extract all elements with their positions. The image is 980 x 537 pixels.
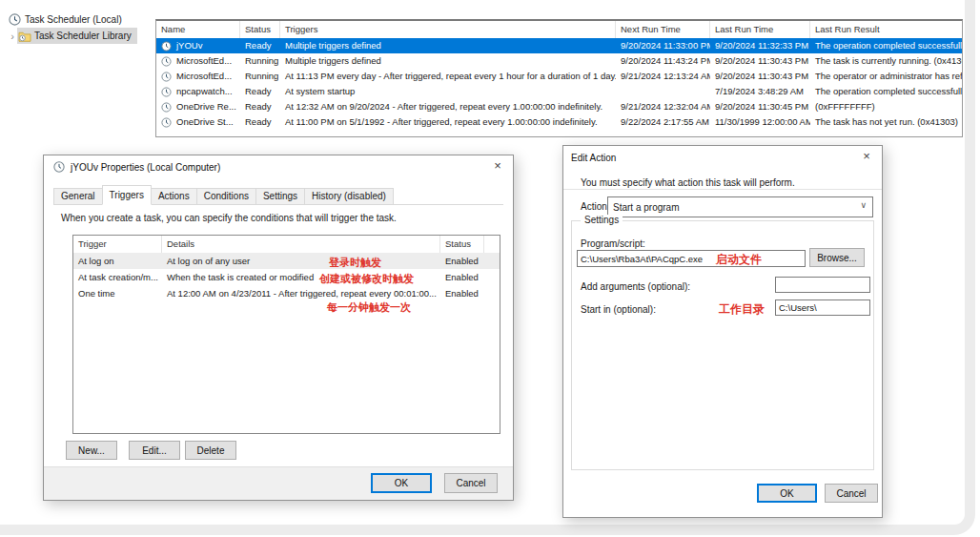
clock-icon bbox=[159, 39, 174, 53]
trigger-type: One time bbox=[73, 285, 162, 301]
start-in-label: Start in (optional): bbox=[581, 304, 656, 315]
tab-settings[interactable]: Settings bbox=[255, 188, 305, 205]
cancel-button[interactable]: Cancel bbox=[444, 473, 498, 493]
program-script-label: Program/script: bbox=[581, 238, 645, 249]
task-name: OneDrive St... bbox=[176, 114, 234, 130]
tab-conditions[interactable]: Conditions bbox=[196, 188, 256, 205]
table-row[interactable]: npcapwatch... Ready At system startup 7/… bbox=[156, 84, 962, 99]
properties-dialog-footer: OK Cancel bbox=[44, 466, 513, 500]
task-status: Ready bbox=[240, 84, 280, 99]
trigger-list: Trigger Details Status At log on At log … bbox=[72, 235, 500, 434]
column-header-next-run-time[interactable]: Next Run Time bbox=[616, 21, 710, 38]
task-name: npcapwatch... bbox=[176, 84, 233, 99]
cancel-button[interactable]: Cancel bbox=[825, 484, 878, 503]
action-dropdown[interactable]: Start a program ∨ bbox=[607, 196, 873, 217]
task-last-run: 9/20/2024 11:30:43 PM bbox=[710, 69, 810, 84]
edit-action-description: You must specify what action this task w… bbox=[581, 177, 795, 188]
separator bbox=[563, 189, 882, 190]
trigger-row[interactable]: One time At 12:00 AM on 4/23/2011 - Afte… bbox=[73, 285, 500, 301]
task-name: jYOUv bbox=[176, 38, 202, 53]
annotation-working-directory: 工作目录 bbox=[719, 301, 765, 318]
table-row[interactable]: MicrosoftEd... Running Multiple triggers… bbox=[156, 53, 962, 69]
column-header-name[interactable]: Name bbox=[156, 21, 240, 38]
table-row[interactable]: OneDrive St... Ready At 11:00 PM on 5/1/… bbox=[156, 114, 962, 130]
tab-history[interactable]: History (disabled) bbox=[304, 188, 394, 205]
ok-button[interactable]: OK bbox=[371, 473, 432, 493]
task-triggers: Multiple triggers defined bbox=[280, 53, 616, 69]
start-in-input[interactable] bbox=[775, 299, 870, 316]
task-next-run bbox=[616, 84, 710, 99]
task-result: The operation completed successfull bbox=[810, 84, 962, 99]
properties-dialog: jYOUv Properties (Local Computer) × Gene… bbox=[43, 155, 514, 501]
properties-tabs: General Triggers Actions Conditions Sett… bbox=[53, 185, 503, 205]
table-row[interactable]: jYOUv Ready Multiple triggers defined 9/… bbox=[156, 38, 962, 53]
new-trigger-button[interactable]: New... bbox=[66, 441, 117, 460]
task-status: Ready bbox=[240, 99, 280, 114]
task-next-run: 9/20/2024 11:43:24 PM bbox=[616, 53, 710, 69]
column-header-triggers[interactable]: Triggers bbox=[280, 21, 616, 38]
tree-item-task-scheduler-local[interactable]: Task Scheduler (Local) bbox=[0, 11, 153, 28]
task-status: Ready bbox=[240, 114, 280, 130]
trigger-row[interactable]: At task creation/m... When the task is c… bbox=[73, 269, 500, 285]
settings-groupbox-label: Settings bbox=[581, 215, 623, 225]
browse-button[interactable]: Browse... bbox=[809, 248, 865, 267]
task-triggers: At 11:00 PM on 5/1/1992 - After triggere… bbox=[280, 114, 616, 130]
task-last-run: 7/19/2024 3:48:29 AM bbox=[710, 84, 810, 99]
ok-button[interactable]: OK bbox=[757, 484, 817, 503]
task-result: (0xFFFFFFFF) bbox=[810, 99, 962, 114]
program-script-input[interactable] bbox=[577, 250, 806, 267]
folder-with-clock-icon bbox=[17, 29, 31, 43]
tab-general[interactable]: General bbox=[53, 188, 103, 205]
chevron-right-icon[interactable]: › bbox=[8, 31, 17, 41]
column-header-details[interactable]: Details bbox=[162, 236, 440, 253]
task-list-header: Name Status Triggers Next Run Time Last … bbox=[156, 21, 962, 38]
task-triggers: At 11:13 PM every day - After triggered,… bbox=[280, 69, 616, 84]
column-header-spacer bbox=[484, 236, 500, 253]
task-result: The task is currently running. (0x4130 bbox=[810, 53, 962, 69]
task-status: Running bbox=[240, 69, 280, 84]
task-result: The operation completed successfull bbox=[810, 38, 962, 53]
annotation-program-file: 启动文件 bbox=[716, 252, 762, 268]
task-last-run: 9/20/2024 11:32:33 PM bbox=[710, 38, 810, 53]
table-row[interactable]: MicrosoftEd... Running At 11:13 PM every… bbox=[156, 69, 962, 84]
edit-trigger-button[interactable]: Edit... bbox=[129, 441, 180, 460]
edit-action-titlebar: Edit Action bbox=[563, 146, 882, 169]
dialog-title: jYOUv Properties (Local Computer) bbox=[71, 162, 220, 173]
annotation-creation-trigger: 创建或被修改时触发 bbox=[319, 272, 414, 286]
action-selected-value: Start a program bbox=[613, 202, 679, 213]
table-row[interactable]: OneDrive Re... Ready At 12:32 AM on 9/20… bbox=[156, 99, 962, 114]
column-header-status[interactable]: Status bbox=[240, 21, 280, 38]
task-last-run: 9/20/2024 11:30:45 PM bbox=[710, 99, 810, 114]
task-name: OneDrive Re... bbox=[176, 99, 236, 114]
task-next-run: 9/22/2024 2:17:55 AM bbox=[616, 114, 710, 130]
tab-actions[interactable]: Actions bbox=[151, 188, 197, 205]
trigger-row[interactable]: At log on At log on of any user Enabled bbox=[73, 253, 500, 269]
trigger-list-header: Trigger Details Status bbox=[73, 236, 500, 253]
column-header-last-run-result[interactable]: Last Run Result bbox=[810, 21, 962, 38]
close-icon[interactable]: × bbox=[851, 146, 882, 167]
triggers-tab-description: When you create a task, you can specify … bbox=[61, 213, 397, 223]
clock-icon bbox=[159, 115, 174, 130]
trigger-details: At log on of any user bbox=[162, 253, 440, 269]
trigger-status: Enabled bbox=[440, 285, 500, 301]
task-triggers: At 12:32 AM on 9/20/2024 - After trigger… bbox=[280, 99, 616, 114]
tab-triggers[interactable]: Triggers bbox=[102, 185, 152, 205]
task-last-run: 9/20/2024 11:30:43 PM bbox=[710, 53, 810, 69]
task-status: Running bbox=[240, 53, 280, 69]
task-result: The operator or administrator has ref bbox=[810, 69, 962, 84]
delete-trigger-button[interactable]: Delete bbox=[185, 441, 236, 460]
task-result: The task has not yet run. (0x41303) bbox=[810, 114, 962, 130]
trigger-status: Enabled bbox=[440, 269, 500, 285]
task-status: Ready bbox=[240, 38, 280, 53]
column-header-status[interactable]: Status bbox=[440, 236, 484, 253]
add-arguments-input[interactable] bbox=[775, 277, 870, 293]
edit-action-dialog: Edit Action × You must specify what acti… bbox=[562, 145, 883, 518]
task-name: MicrosoftEd... bbox=[176, 53, 232, 69]
column-header-trigger[interactable]: Trigger bbox=[73, 236, 162, 253]
column-header-last-run-time[interactable]: Last Run Time bbox=[710, 21, 810, 38]
annotation-logon-trigger: 登录时触发 bbox=[329, 256, 381, 270]
close-icon[interactable]: × bbox=[482, 155, 513, 176]
annotation-onetime-trigger: 每一分钟触发一次 bbox=[327, 300, 411, 315]
tree-item-task-scheduler-library[interactable]: › Task Scheduler Library bbox=[0, 28, 153, 44]
console-tree: Task Scheduler (Local) › Task Scheduler … bbox=[0, 11, 153, 44]
